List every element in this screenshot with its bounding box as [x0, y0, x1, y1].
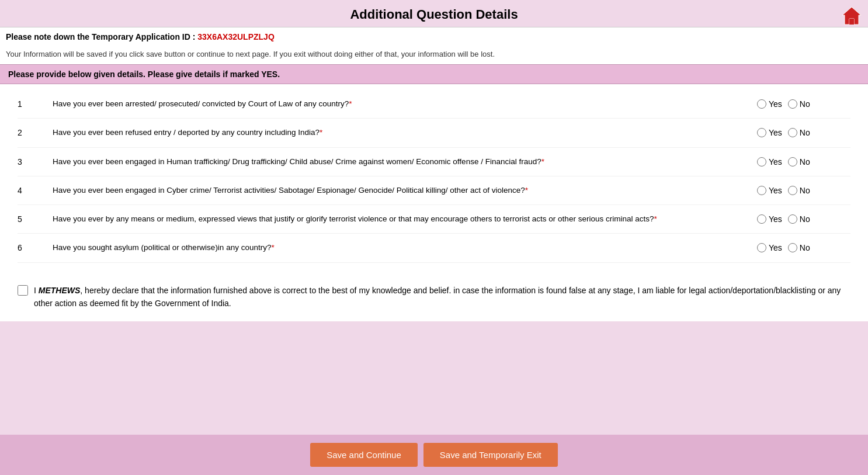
- home-icon[interactable]: [841, 5, 862, 26]
- svg-rect-1: [849, 19, 854, 25]
- no-radio-5[interactable]: [788, 214, 797, 224]
- question-row-2: 2 Have you ever been refused entry / dep…: [18, 119, 850, 147]
- question-text-4: Have you ever been engaged in Cyber crim…: [53, 185, 757, 196]
- no-radio-1[interactable]: [788, 99, 797, 109]
- radio-group-5: Yes No: [757, 214, 850, 224]
- question-text-3: Have you ever been engaged in Human traf…: [53, 156, 757, 168]
- no-label-1[interactable]: No: [788, 99, 810, 109]
- yes-label-1[interactable]: Yes: [757, 99, 782, 109]
- yes-radio-5[interactable]: [757, 214, 766, 224]
- question-row-5: 5 Have you ever by any means or medium, …: [18, 205, 850, 234]
- question-number-5: 5: [18, 214, 53, 224]
- question-number-4: 4: [18, 186, 53, 195]
- yes-radio-1[interactable]: [757, 99, 766, 109]
- no-label-4[interactable]: No: [788, 186, 810, 195]
- yes-label-5[interactable]: Yes: [757, 214, 782, 224]
- no-radio-2[interactable]: [788, 128, 797, 137]
- question-row-6: 6 Have you sought asylum (political or o…: [18, 234, 850, 262]
- question-number-6: 6: [18, 243, 53, 252]
- save-exit-button[interactable]: Save and Temporarily Exit: [423, 443, 558, 467]
- question-text-2: Have you ever been refused entry / depor…: [53, 127, 757, 138]
- radio-group-1: Yes No: [757, 99, 850, 109]
- question-row-1: 1 Have you ever been arrested/ prosecute…: [18, 90, 850, 119]
- radio-group-2: Yes No: [757, 128, 850, 137]
- yes-radio-2[interactable]: [757, 128, 766, 137]
- temp-id-bar: Please note down the Temporary Applicati…: [0, 27, 868, 46]
- temp-id-label: Please note down the Temporary Applicati…: [6, 32, 195, 41]
- no-radio-4[interactable]: [788, 186, 797, 195]
- question-text-1: Have you ever been arrested/ prosecuted/…: [53, 98, 757, 110]
- radio-group-6: Yes No: [757, 243, 850, 252]
- no-radio-6[interactable]: [788, 243, 797, 252]
- yes-radio-6[interactable]: [757, 243, 766, 252]
- temp-id-value: 33X6AX32ULPZLJQ: [197, 32, 275, 41]
- question-number-2: 2: [18, 128, 53, 137]
- question-row-3: 3 Have you ever been engaged in Human tr…: [18, 148, 850, 176]
- radio-group-4: Yes No: [757, 186, 850, 195]
- save-continue-button[interactable]: Save and Continue: [310, 443, 418, 467]
- no-label-2[interactable]: No: [788, 128, 810, 137]
- declaration-name: METHEWS: [39, 286, 81, 295]
- question-text-6: Have you sought asylum (political or oth…: [53, 242, 757, 254]
- no-label-6[interactable]: No: [788, 243, 810, 252]
- yes-label-6[interactable]: Yes: [757, 243, 782, 252]
- yes-label-4[interactable]: Yes: [757, 186, 782, 195]
- no-label-5[interactable]: No: [788, 214, 810, 224]
- instructions-bar: Please provide below given details. Plea…: [0, 64, 868, 84]
- question-number-1: 1: [18, 99, 53, 109]
- yes-radio-3[interactable]: [757, 157, 766, 167]
- declaration-area: I METHEWS, hereby declare that the infor…: [0, 275, 868, 322]
- question-number-3: 3: [18, 157, 53, 167]
- footer-bar: Save and Continue Save and Temporarily E…: [0, 435, 868, 475]
- header-bar: Additional Question Details: [0, 0, 868, 27]
- yes-label-2[interactable]: Yes: [757, 128, 782, 137]
- question-text-5: Have you ever by any means or medium, ex…: [53, 213, 757, 225]
- no-label-3[interactable]: No: [788, 157, 810, 167]
- declaration-checkbox[interactable]: [18, 285, 28, 296]
- info-text: Your Information will be saved if you cl…: [0, 46, 868, 64]
- declaration-box: I METHEWS, hereby declare that the infor…: [18, 284, 850, 310]
- page-title: Additional Question Details: [0, 7, 868, 22]
- questions-area: 1 Have you ever been arrested/ prosecute…: [0, 84, 868, 275]
- radio-group-3: Yes No: [757, 157, 850, 167]
- no-radio-3[interactable]: [788, 157, 797, 167]
- yes-label-3[interactable]: Yes: [757, 157, 782, 167]
- page-wrapper: Additional Question Details Please note …: [0, 0, 868, 475]
- yes-radio-4[interactable]: [757, 186, 766, 195]
- declaration-text: I METHEWS, hereby declare that the infor…: [34, 284, 850, 310]
- question-row-4: 4 Have you ever been engaged in Cyber cr…: [18, 176, 850, 205]
